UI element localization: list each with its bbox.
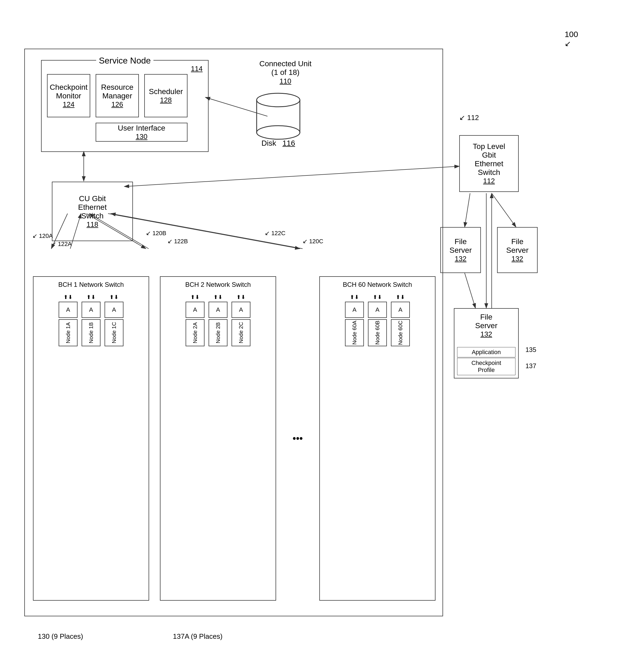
application-box: Application [457,347,515,357]
node-2c-a-box: A [231,302,250,318]
service-node-id: 114 [191,65,203,73]
scheduler-box: Scheduler 128 [144,74,187,117]
user-interface-id: 130 [135,133,147,141]
checkpoint-monitor-label: CheckpointMonitor [50,83,87,100]
node-60b-item: ⬆⬇ A Node 60B [368,294,387,346]
ref-122a: ↙ 122A [51,241,72,248]
node-60a-label: Node 60A [345,319,364,346]
top-level-ref: ↙ 112 [459,114,479,122]
node-1b-a-box: A [82,302,101,318]
bch60-title: BCH 60 Network Switch [323,281,432,288]
node-1b-label: Node 1B [82,319,101,346]
top-level-switch-id: 112 [483,177,495,185]
node-60c-item: ⬆⬇ A Node 60C [391,294,410,346]
bch60-box: BCH 60 Network Switch ⬆⬇ A Node 60A ⬆⬇ A… [319,276,435,601]
ref-120c: ↙ 120C [303,238,323,245]
ref-120b: ↙ 120B [146,230,167,237]
bch1-nodes: ⬆⬇ A Node 1A ⬆⬇ A Node 1B ⬆⬇ A Node 1C [36,294,146,346]
file-server-1-label: FileServer [450,237,472,255]
node-1b-item: ⬆⬇ A Node 1B [82,294,101,346]
ellipsis-separator: ••• [287,276,308,601]
bch2-box: BCH 2 Network Switch ⬆⬇ A Node 2A ⬆⬇ A N… [160,276,276,601]
bch1-title: BCH 1 Network Switch [36,281,146,288]
service-node-box: Service Node 114 CheckpointMonitor 124 R… [41,60,208,152]
node-2c-label: Node 2C [231,319,250,346]
diagram-container: 100 ↙ Service Node 114 CheckpointMonitor… [16,22,610,657]
node-1c-label: Node 1C [105,319,123,346]
cu-switch-box: CU Gbit Ethernet Switch 118 [52,182,133,241]
bottom-label-137a: 137A (9 Places) [173,632,223,641]
node-60b-a-box: A [368,302,387,318]
file-server-3-box: FileServer 132 Application CheckpointPro… [454,308,519,379]
service-node-title: Service Node [96,56,153,66]
main-reference: 100 ↙ [564,30,578,48]
node-60c-label: Node 60C [391,319,410,346]
bch2-nodes: ⬆⬇ A Node 2A ⬆⬇ A Node 2B ⬆⬇ A Node 2C [163,294,273,346]
resource-manager-id: 126 [111,100,123,109]
main-ref-arrow: ↙ [564,40,571,48]
disk-svg [251,89,305,143]
svg-point-2 [257,126,300,139]
svg-line-9 [465,193,470,227]
node-60a-item: ⬆⬇ A Node 60A [345,294,364,346]
scheduler-id: 128 [160,96,172,104]
ref-120a: ↙ 120A [32,233,53,240]
bch1-box: BCH 1 Network Switch ⬆⬇ A Node 1A ⬆⬇ A N… [33,276,149,601]
main-ref-number: 100 [564,30,578,39]
node-2b-label: Node 2B [208,319,227,346]
file-server-1-id: 132 [455,255,466,263]
checkpoint-profile-box: CheckpointProfile [457,358,515,375]
svg-line-10 [492,193,516,227]
node-1a-label: Node 1A [59,319,78,346]
disk-id: 116 [283,139,295,147]
checkpoint-monitor-id: 124 [63,100,74,109]
node-2a-a-box: A [185,302,204,318]
ref-137: 137 [525,362,536,370]
node-1a-item: ⬆⬇ A Node 1A [59,294,78,346]
scheduler-label: Scheduler [149,87,183,96]
svg-point-1 [257,93,300,107]
resource-manager-label: ResourceManager [101,83,133,100]
top-level-switch-label: Top LevelGbitEthernetSwitch [473,142,505,177]
node-2b-a-box: A [208,302,227,318]
ref-122c: ↙ 122C [265,230,285,237]
svg-line-11 [465,273,476,308]
node-2a-item: ⬆⬇ A Node 2A [185,294,204,346]
file-server-1-box: FileServer 132 [440,227,481,273]
connected-unit-id: 110 [280,77,291,85]
node-2c-item: ⬆⬇ A Node 2C [231,294,250,346]
bch2-title: BCH 2 Network Switch [163,281,273,288]
node-60a-a-box: A [345,302,364,318]
user-interface-label: User Interface [118,124,165,133]
connected-unit-label: Connected Unit(1 of 18) 110 [259,59,311,86]
node-2a-label: Node 2A [185,319,204,346]
file-server-2-id: 132 [511,255,523,263]
node-2b-item: ⬆⬇ A Node 2B [208,294,227,346]
bch60-nodes: ⬆⬇ A Node 60A ⬆⬇ A Node 60B ⬆⬇ A Node 60… [323,294,432,346]
user-interface-box: User Interface 130 [96,123,187,142]
file-server-3-id: 132 [454,330,518,338]
outer-box: Service Node 114 CheckpointMonitor 124 R… [24,49,443,616]
node-60b-label: Node 60B [368,319,387,346]
node-1a-a-box: A [59,302,78,318]
node-1c-a-box: A [105,302,123,318]
checkpoint-monitor-box: CheckpointMonitor 124 [47,74,90,117]
file-server-2-box: FileServer 132 [497,227,537,273]
node-1c-item: ⬆⬇ A Node 1C [105,294,123,346]
top-level-switch-box: Top LevelGbitEthernetSwitch 112 [459,135,519,192]
file-server-3-label: FileServer [454,309,518,330]
bottom-label-130: 130 (9 Places) [38,632,83,641]
resource-manager-box: ResourceManager 126 [96,74,139,117]
cu-switch-id: 118 [86,220,98,229]
node-60c-a-box: A [391,302,410,318]
app-checkpoint-container: Application CheckpointProfile [457,347,515,375]
file-server-2-label: FileServer [506,237,528,255]
cu-switch-label: CU Gbit Ethernet Switch [78,194,107,220]
ref-135: 135 [525,346,536,354]
ref-122b: ↙ 122B [168,238,188,245]
disk-container: Disk 116 [251,89,305,148]
bch-container: BCH 1 Network Switch ⬆⬇ A Node 1A ⬆⬇ A N… [33,276,435,601]
